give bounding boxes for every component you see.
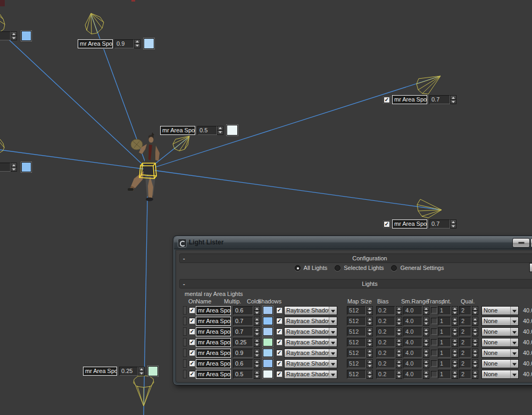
multiplier-field[interactable] bbox=[0, 31, 11, 40]
radio-icon[interactable] bbox=[295, 265, 301, 271]
decay-dropdown[interactable]: None bbox=[481, 338, 519, 347]
multiplier-spinner[interactable] bbox=[254, 349, 260, 358]
int-field[interactable]: 1 bbox=[438, 359, 451, 368]
map-size-field[interactable]: 512 bbox=[347, 327, 366, 336]
sm-range-field[interactable]: 4.0 bbox=[403, 359, 422, 368]
qual-spinner[interactable] bbox=[472, 349, 478, 358]
row-select-tab[interactable] bbox=[183, 306, 187, 315]
light-on-checkbox[interactable]: ✓ bbox=[384, 221, 390, 227]
chevron-down-icon[interactable] bbox=[510, 317, 518, 325]
int-field[interactable]: 1 bbox=[438, 338, 451, 347]
radio-selected-lights[interactable]: Selected Lights bbox=[335, 265, 384, 271]
light-on-checkbox[interactable]: ✓ bbox=[189, 339, 195, 345]
light-color-swatch[interactable] bbox=[144, 38, 154, 49]
multiplier-field[interactable]: 0.7 bbox=[429, 95, 450, 104]
transp-checkbox[interactable]: ✓ bbox=[431, 371, 437, 377]
row-select-tab[interactable] bbox=[183, 349, 187, 357]
light-name-field[interactable]: mr Area Spot bbox=[78, 39, 113, 48]
rollout-lights[interactable]: - Lights bbox=[179, 279, 532, 289]
light-name-field[interactable]: mr Area Spot bbox=[196, 306, 231, 315]
shadow-type-dropdown[interactable]: Raytrace Shadow bbox=[284, 359, 337, 368]
bias-field[interactable]: 0.2 bbox=[376, 359, 395, 368]
multiplier-field[interactable]: 0.25 bbox=[233, 338, 253, 347]
light-name-field[interactable]: mr Area Spot bbox=[196, 338, 231, 347]
map-size-field[interactable]: 512 bbox=[347, 306, 366, 315]
row-select-tab[interactable] bbox=[183, 327, 187, 336]
int-field[interactable]: 1 bbox=[438, 327, 451, 336]
minimize-button[interactable] bbox=[512, 238, 530, 248]
int-spinner[interactable] bbox=[452, 338, 458, 347]
shadow-on-checkbox[interactable]: ✓ bbox=[276, 360, 282, 367]
shadow-on-checkbox[interactable]: ✓ bbox=[276, 328, 282, 335]
map-size-field[interactable]: 512 bbox=[347, 349, 366, 358]
light-name-field[interactable]: mr Area Spot bbox=[196, 317, 231, 326]
qual-spinner[interactable] bbox=[472, 327, 478, 336]
light-on-checkbox[interactable]: ✓ bbox=[384, 97, 390, 103]
window-titlebar[interactable]: Light Lister bbox=[174, 236, 532, 249]
qual-field[interactable]: 2 bbox=[459, 327, 471, 336]
light-color-swatch[interactable] bbox=[263, 359, 273, 368]
multiplier-field[interactable]: 0.5 bbox=[233, 370, 253, 379]
row-select-tab[interactable] bbox=[183, 338, 187, 346]
sm-range-spinner[interactable] bbox=[423, 317, 429, 326]
chevron-down-icon[interactable] bbox=[329, 307, 337, 315]
int-field[interactable]: 1 bbox=[438, 306, 451, 315]
map-size-field[interactable]: 512 bbox=[347, 359, 366, 368]
multiplier-spinner[interactable] bbox=[134, 39, 140, 48]
refresh-button[interactable]: R bbox=[529, 263, 532, 272]
qual-field[interactable]: 2 bbox=[459, 317, 471, 326]
multiplier-field[interactable]: 0.7 bbox=[233, 327, 253, 336]
decay-dropdown[interactable]: None bbox=[481, 349, 519, 358]
int-spinner[interactable] bbox=[452, 370, 458, 379]
chevron-down-icon[interactable] bbox=[510, 349, 518, 357]
decay-dropdown[interactable]: None bbox=[481, 306, 519, 315]
transp-checkbox[interactable]: ✓ bbox=[431, 328, 437, 335]
qual-field[interactable]: 2 bbox=[459, 370, 471, 379]
radio-general-settings[interactable]: General Settings bbox=[391, 265, 444, 271]
multiplier-spinner[interactable] bbox=[254, 327, 260, 336]
sm-range-field[interactable]: 4.0 bbox=[403, 306, 422, 315]
int-field[interactable]: 1 bbox=[438, 370, 451, 379]
radio-icon[interactable] bbox=[335, 265, 340, 271]
multiplier-field[interactable]: 0.6 bbox=[233, 306, 253, 315]
transp-checkbox[interactable]: ✓ bbox=[431, 339, 437, 345]
transp-checkbox[interactable]: ✓ bbox=[431, 360, 437, 367]
multiplier-field[interactable]: 0.7 bbox=[233, 317, 253, 326]
light-name-field[interactable]: mr Area Spot bbox=[392, 219, 427, 228]
chevron-down-icon[interactable] bbox=[329, 328, 337, 336]
chevron-down-icon[interactable] bbox=[329, 317, 337, 325]
shadow-on-checkbox[interactable]: ✓ bbox=[276, 318, 282, 324]
multiplier-field[interactable] bbox=[0, 163, 11, 172]
bias-spinner[interactable] bbox=[396, 349, 402, 358]
qual-field[interactable]: 2 bbox=[459, 359, 471, 368]
bias-spinner[interactable] bbox=[396, 306, 402, 315]
light-color-swatch[interactable] bbox=[263, 327, 273, 336]
chevron-down-icon[interactable] bbox=[329, 349, 337, 357]
light-on-checkbox[interactable]: ✓ bbox=[189, 328, 195, 335]
light-on-checkbox[interactable]: ✓ bbox=[189, 318, 195, 324]
qual-spinner[interactable] bbox=[472, 338, 478, 347]
row-select-tab[interactable] bbox=[183, 359, 187, 368]
transp-checkbox[interactable]: ✓ bbox=[431, 350, 437, 356]
multiplier-spinner[interactable] bbox=[254, 370, 260, 379]
light-color-swatch[interactable] bbox=[21, 31, 31, 41]
radio-all-lights[interactable]: All Lights bbox=[295, 265, 328, 271]
light-color-swatch[interactable] bbox=[227, 125, 238, 135]
shadow-type-dropdown[interactable]: Raytrace Shadow bbox=[284, 306, 337, 315]
multiplier-spinner[interactable] bbox=[450, 95, 456, 104]
int-spinner[interactable] bbox=[452, 317, 458, 326]
qual-spinner[interactable] bbox=[472, 306, 478, 315]
bias-field[interactable]: 0.2 bbox=[376, 370, 395, 379]
transp-checkbox[interactable]: ✓ bbox=[431, 318, 437, 324]
map-size-spinner[interactable] bbox=[367, 317, 373, 326]
multiplier-field[interactable]: 0.9 bbox=[114, 39, 134, 48]
decay-dropdown[interactable]: None bbox=[481, 359, 519, 368]
multiplier-field[interactable]: 0.7 bbox=[429, 219, 450, 228]
int-spinner[interactable] bbox=[452, 349, 458, 358]
bias-spinner[interactable] bbox=[396, 327, 402, 336]
sm-range-spinner[interactable] bbox=[423, 327, 429, 336]
light-name-field[interactable]: mr Area Spot bbox=[196, 349, 231, 358]
shadow-type-dropdown[interactable]: Raytrace Shadow bbox=[284, 349, 337, 358]
qual-spinner[interactable] bbox=[472, 359, 478, 368]
map-size-spinner[interactable] bbox=[367, 327, 373, 336]
